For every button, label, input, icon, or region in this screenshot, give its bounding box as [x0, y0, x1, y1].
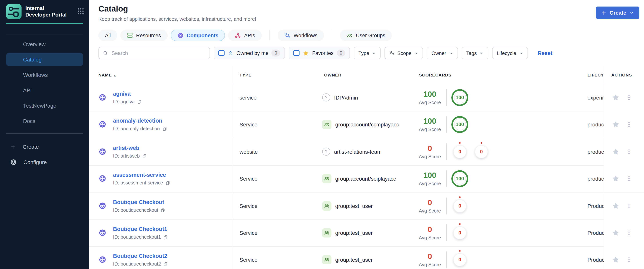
favorite-star-icon[interactable]: [612, 202, 620, 210]
entity-name-link[interactable]: Boutique Checkout: [113, 199, 164, 205]
entity-name-link[interactable]: assessment-service: [113, 172, 166, 178]
entity-name-link[interactable]: Boutique Checkout2: [113, 253, 167, 259]
copy-icon[interactable]: [165, 181, 170, 186]
favorite-star-icon[interactable]: [612, 148, 620, 156]
group-owner-icon: [322, 255, 332, 265]
copy-icon[interactable]: [142, 154, 147, 159]
actions-cell: [604, 111, 644, 138]
owner-dropdown[interactable]: Owner: [427, 47, 458, 59]
kebab-menu-icon[interactable]: [626, 175, 632, 182]
sidebar-configure-button[interactable]: Configure: [6, 155, 83, 169]
component-gear-icon: [98, 175, 106, 183]
scope-dropdown-label: Scope: [397, 50, 412, 56]
tab-apis[interactable]: APIs: [228, 29, 262, 41]
scorecard-ring[interactable]: 0: [453, 200, 466, 213]
score-divider: [446, 143, 447, 160]
favorite-star-icon[interactable]: [612, 120, 620, 129]
actions-cell: [604, 165, 644, 192]
scorecard-ring[interactable]: 100: [452, 170, 468, 187]
scorecard-ring[interactable]: 0: [453, 145, 466, 158]
entity-name-link[interactable]: anomaly-detection: [113, 118, 162, 124]
tab-all[interactable]: All: [98, 29, 117, 41]
favorites-checkbox[interactable]: [293, 50, 300, 56]
avg-score-label: Avg Score: [414, 208, 446, 214]
avg-score-value: 100: [414, 171, 446, 180]
copy-icon[interactable]: [160, 208, 166, 213]
tab-resources[interactable]: Resources: [120, 29, 168, 41]
lifecycle-cell: Production: [588, 257, 604, 263]
scorecard-ring[interactable]: 0: [453, 253, 466, 266]
entity-name-link[interactable]: artist-web: [113, 145, 139, 151]
tags-dropdown[interactable]: Tags: [462, 47, 488, 59]
search-box: [98, 47, 210, 59]
scorecard-ring[interactable]: 0: [475, 145, 488, 158]
sidebar-item-workflows[interactable]: Workflows: [6, 68, 83, 81]
sidebar-item-catalog[interactable]: Catalog: [6, 53, 83, 66]
actions-cell: [604, 246, 644, 269]
tab-user-groups[interactable]: User Groups: [340, 29, 392, 41]
scorecard-ring[interactable]: 100: [452, 116, 468, 133]
filter-bar: Owned by me 0 Favorites 0 Type Scope Own…: [98, 47, 552, 59]
copy-icon[interactable]: [163, 235, 168, 240]
avg-score-label: Avg Score: [414, 100, 446, 105]
kebab-menu-icon[interactable]: [626, 121, 632, 128]
reset-filters-link[interactable]: Reset: [538, 50, 552, 56]
app-grid-icon[interactable]: [77, 7, 84, 16]
favorite-star-icon[interactable]: [612, 175, 620, 183]
owner-cell: group:test_user: [322, 246, 373, 269]
scope-dropdown[interactable]: Scope: [385, 47, 423, 59]
favorite-star-icon[interactable]: [612, 229, 620, 237]
tab-components[interactable]: Components: [170, 29, 225, 41]
table-row: Boutique Checkout2 ID: boutiquecheckout2…: [89, 246, 644, 269]
entity-name-link[interactable]: Boutique Checkout1: [113, 226, 167, 232]
scorecard-ring[interactable]: 0: [453, 226, 466, 240]
owned-by-me-checkbox[interactable]: [218, 50, 224, 56]
favorite-star-icon[interactable]: [612, 94, 620, 102]
brand-title: Internal Developer Portal: [26, 4, 68, 18]
kebab-menu-icon[interactable]: [626, 94, 632, 101]
sidebar-item-testnewpage[interactable]: TestNewPage: [6, 99, 83, 112]
owner-cell: group:account/seiplayacc: [322, 165, 396, 192]
entity-id: ID: boutiquecheckout2: [113, 262, 161, 267]
entity-name-link[interactable]: agniva: [113, 91, 131, 97]
copy-icon[interactable]: [137, 99, 142, 104]
copy-icon[interactable]: [163, 262, 168, 267]
component-gear-icon: [98, 120, 106, 129]
group-owner-icon: [322, 228, 332, 238]
kebab-menu-icon[interactable]: [626, 203, 632, 210]
score-divider: [446, 225, 447, 241]
favorite-star-icon[interactable]: [612, 256, 620, 264]
type-dropdown[interactable]: Type: [354, 47, 381, 59]
sidebar-item-docs[interactable]: Docs: [6, 114, 83, 128]
kebab-menu-icon[interactable]: [626, 148, 632, 155]
tab-user-groups-label: User Groups: [356, 32, 385, 38]
sidebar-create-button[interactable]: Create: [6, 140, 83, 153]
sidebar-item-api[interactable]: API: [6, 83, 83, 97]
kebab-menu-icon[interactable]: [626, 230, 632, 236]
workflows-icon: [284, 32, 290, 39]
column-header-name[interactable]: NAME▲: [98, 73, 117, 77]
scorecards-cell: 0 Avg Score 0: [414, 220, 468, 246]
owner-dropdown-label: Owner: [432, 50, 446, 56]
tab-workflows[interactable]: Workflows: [278, 29, 324, 41]
owned-by-me-filter[interactable]: Owned by me 0: [214, 47, 285, 59]
type-cell: Service: [240, 203, 258, 209]
score-divider: [446, 170, 447, 187]
page-title: Catalog: [98, 4, 128, 13]
create-button[interactable]: Create: [596, 6, 640, 19]
scorecard-ring[interactable]: 100: [452, 89, 468, 106]
sidebar-item-overview[interactable]: Overview: [6, 37, 83, 51]
lifecycle-dropdown[interactable]: Lifecycle: [492, 47, 528, 59]
search-input[interactable]: [112, 50, 206, 56]
table-row: anomaly-detection ID: anomaly-detection …: [89, 111, 644, 138]
avg-score-value: 100: [414, 90, 446, 99]
search-icon: [103, 50, 108, 56]
copy-icon[interactable]: [162, 126, 167, 131]
brand-accent-rule: [6, 23, 83, 24]
kebab-menu-icon[interactable]: [626, 256, 632, 263]
favorites-filter[interactable]: Favorites 0: [289, 47, 350, 59]
owned-by-me-label: Owned by me: [236, 50, 268, 56]
apis-icon: [234, 32, 241, 39]
favorites-label: Favorites: [312, 50, 334, 56]
lifecycle-cell: production: [588, 149, 604, 155]
